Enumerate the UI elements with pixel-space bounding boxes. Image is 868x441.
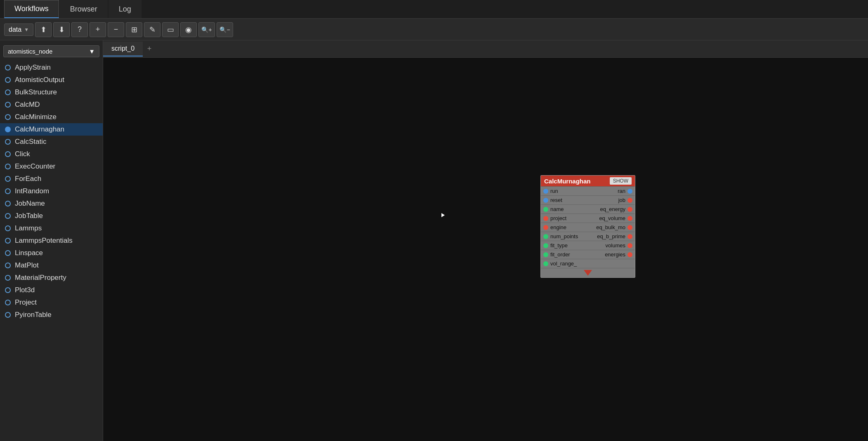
port-dot-eq-bulk-right: [627, 225, 632, 230]
port-dot-vol-range-left: [543, 261, 548, 266]
node-indicator-dot: [5, 89, 11, 95]
collapse-button[interactable]: ▭: [162, 22, 179, 37]
tab-browser[interactable]: Browser: [60, 0, 108, 18]
node-port-row-fit-type: fit_type volumes: [541, 241, 635, 250]
port-dot-fit-order-left: [543, 252, 548, 257]
edit-button[interactable]: ✎: [144, 22, 160, 37]
download-icon: ⬇: [59, 25, 65, 34]
toolbar: data ▼ ⬆ ⬇ ? + − ⊞ ✎ ▭ ◉ 🔍+ 🔍−: [0, 19, 868, 40]
node-indicator-dot: [5, 225, 11, 231]
plus-icon: +: [96, 25, 100, 34]
sidebar-item-linspace[interactable]: Linspace: [0, 247, 103, 259]
minus-icon: −: [114, 25, 118, 34]
edit-icon: ✎: [149, 25, 156, 34]
sidebar-item-material-property[interactable]: MaterialProperty: [0, 272, 103, 284]
node-indicator-dot: [5, 287, 11, 293]
upload-button[interactable]: ⬆: [35, 22, 52, 37]
sidebar-item-lammps-potentials[interactable]: LammpsPotentials: [0, 235, 103, 247]
port-dot-num-points-left: [543, 234, 548, 239]
sidebar-item-atomistic-output[interactable]: AtomisticOutput: [0, 74, 103, 86]
sidebar-item-calc-murnaghan[interactable]: CalcMurnaghan: [0, 123, 103, 136]
node-indicator-dot: [5, 102, 11, 108]
question-icon: ?: [78, 25, 82, 34]
add-button[interactable]: +: [90, 22, 106, 37]
port-dot-name-left: [543, 207, 548, 212]
download-button[interactable]: ⬇: [53, 22, 70, 37]
node-indicator-dot: [5, 312, 11, 318]
canvas-tabbar: script_0 +: [103, 40, 868, 58]
sidebar-item-project[interactable]: Project: [0, 296, 103, 309]
zoom-out-icon: 🔍−: [219, 26, 230, 33]
port-dot-reset-left: [543, 198, 548, 203]
help-button[interactable]: ?: [71, 22, 88, 37]
node-indicator-dot: [5, 275, 11, 281]
node-indicator-dot: [5, 263, 11, 268]
sidebar-item-pyiron-table[interactable]: PyironTable: [0, 309, 103, 321]
sidebar-item-lammps[interactable]: Lammps: [0, 222, 103, 235]
node-port-row-project: project eq_volume: [541, 213, 635, 223]
node-port-row-vol-range: vol_range_: [541, 259, 635, 268]
upload-icon: ⬆: [40, 25, 47, 34]
sidebar-item-plot3d[interactable]: Plot3d: [0, 284, 103, 296]
node-indicator-dot: [5, 300, 11, 305]
port-dot-eq-volume-right: [627, 216, 632, 221]
tab-workflows[interactable]: Workflows: [4, 0, 59, 18]
port-dot-job-right: [627, 198, 632, 203]
tab-log[interactable]: Log: [108, 0, 142, 18]
node-indicator-dot: [5, 201, 11, 206]
sidebar-item-bulk-structure[interactable]: BulkStructure: [0, 86, 103, 99]
node-port-row-engine: engine eq_bulk_mo: [541, 223, 635, 232]
node-indicator-dot: [5, 127, 11, 132]
sidebar-item-mat-plot[interactable]: MatPlot: [0, 259, 103, 272]
node-indicator-dot: [5, 77, 11, 83]
zoom-in-icon: 🔍+: [201, 26, 212, 33]
zoom-in-button[interactable]: 🔍+: [198, 22, 215, 37]
data-dropdown[interactable]: data ▼: [4, 23, 33, 36]
port-dot-engine-left: [543, 225, 548, 230]
chevron-down-icon: ▼: [24, 27, 29, 33]
port-dot-project-left: [543, 216, 548, 221]
node-indicator-dot: [5, 188, 11, 194]
port-dot-energies-right: [627, 252, 632, 257]
port-dot-fit-type-left: [543, 243, 548, 248]
pin-button[interactable]: ◉: [180, 22, 197, 37]
node-indicator-dot: [5, 114, 11, 120]
sidebar-item-job-table[interactable]: JobTable: [0, 210, 103, 222]
node-show-button[interactable]: SHOW: [610, 177, 632, 185]
title-bar: Workflows Browser Log: [0, 0, 868, 19]
calc-murnaghan-node[interactable]: CalcMurnaghan SHOW run ran: [540, 175, 635, 278]
node-port-row-name: name eq_energy: [541, 204, 635, 213]
expand-button[interactable]: ⊞: [126, 22, 142, 37]
canvas-area[interactable]: CalcMurnaghan SHOW run ran: [103, 58, 868, 441]
sidebar-item-int-random[interactable]: IntRandom: [0, 185, 103, 197]
node-footer: [541, 268, 635, 277]
sidebar-item-click[interactable]: Click: [0, 148, 103, 160]
expand-triangle-icon: [584, 270, 592, 276]
node-indicator-dot: [5, 151, 11, 157]
zoom-out-button[interactable]: 🔍−: [217, 22, 233, 37]
node-indicator-dot: [5, 139, 11, 145]
sidebar-item-calc-md[interactable]: CalcMD: [0, 99, 103, 111]
remove-button[interactable]: −: [108, 22, 124, 37]
add-tab-button[interactable]: +: [143, 40, 156, 57]
node-port-row-num-points: num_points eq_b_prime: [541, 232, 635, 241]
chevron-down-icon: ▼: [89, 48, 95, 55]
sidebar-item-for-each[interactable]: ForEach: [0, 173, 103, 185]
sidebar-item-calc-static[interactable]: CalcStatic: [0, 136, 103, 148]
canvas-tab-script-0[interactable]: script_0: [103, 42, 143, 56]
expand-icon: ⊞: [131, 25, 137, 34]
sidebar-item-apply-strain[interactable]: ApplyStrain: [0, 61, 103, 74]
node-port-row-reset: reset job: [541, 195, 635, 204]
node-port-row-run: run ran: [541, 186, 635, 195]
sidebar-item-job-name[interactable]: JobName: [0, 197, 103, 210]
port-dot-eq-energy-right: [627, 207, 632, 212]
port-dot-run-left: [543, 189, 548, 194]
pin-icon: ◉: [185, 25, 192, 34]
node-type-dropdown[interactable]: atomistics_node ▼: [3, 45, 99, 57]
sidebar-item-calc-minimize[interactable]: CalcMinimize: [0, 111, 103, 123]
port-dot-ran-right: [627, 189, 632, 194]
mouse-cursor: [441, 213, 445, 217]
node-indicator-dot: [5, 250, 11, 256]
sidebar-item-exec-counter[interactable]: ExecCounter: [0, 160, 103, 173]
node-indicator-dot: [5, 65, 11, 70]
